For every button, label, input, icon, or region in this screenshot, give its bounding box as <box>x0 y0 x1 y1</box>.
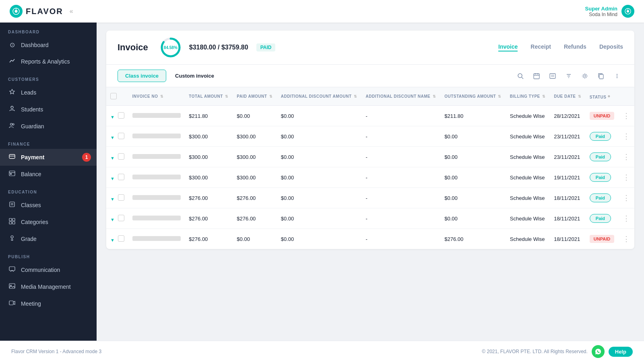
svg-point-1 <box>15 10 18 13</box>
sidebar-label-balance: Balance <box>21 171 41 177</box>
collapse-icon[interactable]: « <box>70 8 73 15</box>
row-checkbox[interactable] <box>118 194 124 201</box>
sub-tab-custom-invoice[interactable]: Custom invoice <box>168 70 221 82</box>
tab-deposits[interactable]: Deposits <box>599 43 623 51</box>
table-row: ▼ $300.00 $300.00 $0.00 - $0.00 Schedule… <box>106 126 634 147</box>
cell-invoice-no <box>128 188 185 208</box>
cell-invoice-no <box>128 147 185 167</box>
expand-row-icon[interactable]: ▼ <box>110 217 115 222</box>
row-menu-icon[interactable]: ⋮ <box>623 173 630 181</box>
header-add-discount-amount[interactable]: ADDITIONAL DISCOUNT AMOUNT ⇅ <box>277 87 362 106</box>
header-paid-amount[interactable]: PAID AMOUNT ⇅ <box>233 87 277 106</box>
sidebar-item-balance[interactable]: Balance <box>0 166 97 183</box>
cell-paid-amount: $0.00 <box>233 106 277 126</box>
students-icon <box>8 105 16 113</box>
whatsapp-button[interactable] <box>592 345 605 358</box>
export-icon[interactable] <box>547 70 559 82</box>
svg-rect-20 <box>12 222 15 224</box>
search-icon[interactable] <box>514 70 526 82</box>
tab-invoice[interactable]: Invoice <box>498 43 518 51</box>
filter-icon[interactable] <box>563 70 575 82</box>
sidebar-item-grade[interactable]: Grade <box>0 230 97 247</box>
cell-row-actions: ⋮ <box>619 167 634 188</box>
sidebar-label-meeting: Meeting <box>21 300 41 307</box>
svg-point-4 <box>627 10 629 12</box>
sidebar-item-payment[interactable]: Payment 1 <box>0 149 97 166</box>
row-checkbox[interactable] <box>118 235 124 242</box>
expand-row-icon[interactable]: ▼ <box>110 197 115 202</box>
sidebar-item-dashboard[interactable]: ⊙ Dashboard <box>0 37 97 53</box>
logo-icon <box>10 5 23 18</box>
guardian-icon <box>8 122 16 130</box>
row-checkbox[interactable] <box>118 153 124 160</box>
cell-outstanding-amount: $0.00 <box>440 167 506 188</box>
sidebar-item-students[interactable]: Students <box>0 101 97 118</box>
cell-outstanding-amount: $0.00 <box>440 126 506 147</box>
row-checkbox[interactable] <box>118 174 124 180</box>
sidebar-item-categories[interactable]: Categories <box>0 214 97 230</box>
row-menu-icon[interactable]: ⋮ <box>623 112 630 120</box>
settings-icon[interactable] <box>579 70 591 82</box>
section-label-dashboard: DASHBOARD <box>0 23 97 37</box>
cell-outstanding-amount: $0.00 <box>440 188 506 208</box>
header-due-date[interactable]: DUE DATE ⇅ <box>550 87 586 106</box>
svg-rect-13 <box>10 173 12 175</box>
sort-disc-name-icon: ⇅ <box>433 95 436 99</box>
row-menu-icon[interactable]: ⋮ <box>623 235 630 243</box>
cell-add-discount-amount: $0.00 <box>277 208 362 229</box>
row-checkbox[interactable] <box>118 112 124 119</box>
cell-add-discount-amount: $0.00 <box>277 229 362 249</box>
sidebar-label-grade: Grade <box>21 236 37 242</box>
sidebar-item-media[interactable]: Media Management <box>0 278 97 295</box>
status-badge: Paid <box>590 152 611 161</box>
expand-row-icon[interactable]: ▼ <box>110 238 115 243</box>
section-label-finance: FINANCE <box>0 135 97 149</box>
header-outstanding[interactable]: OUTSTANDING AMOUNT ⇅ <box>440 87 506 106</box>
sidebar-item-classes[interactable]: Classes <box>0 197 97 214</box>
select-all-checkbox[interactable] <box>110 93 117 99</box>
user-info-area: Super Admin Soda In Mind <box>585 5 634 18</box>
media-icon <box>8 283 16 291</box>
header-invoice-no[interactable]: INVOICE NO ⇅ <box>128 87 185 106</box>
svg-rect-19 <box>9 222 12 224</box>
cell-due-date: 18/11/2021 <box>550 229 586 249</box>
row-checkbox[interactable] <box>118 215 124 221</box>
balance-icon <box>8 170 16 178</box>
header-total-amount[interactable]: TOTAL AMOUNT ⇅ <box>185 87 233 106</box>
sidebar-label-classes: Classes <box>21 202 41 208</box>
sub-tabs-bar: Class invoice Custom invoice <box>106 65 634 87</box>
expand-row-icon[interactable]: ▼ <box>110 176 115 181</box>
tab-refunds[interactable]: Refunds <box>564 43 586 51</box>
sidebar-label-payment: Payment <box>21 154 44 160</box>
sidebar-item-reports[interactable]: Reports & Analytics <box>0 53 97 70</box>
cell-billing-type: Schedule Wise <box>506 229 550 249</box>
blurred-invoice-no <box>132 113 181 118</box>
sidebar-item-leads[interactable]: Leads <box>0 84 97 101</box>
calendar-icon[interactable] <box>530 70 543 82</box>
header-billing-type[interactable]: BILLING TYPE ⇅ <box>506 87 550 106</box>
sub-tab-class-invoice[interactable]: Class invoice <box>118 70 166 82</box>
row-checkbox[interactable] <box>118 133 124 139</box>
sidebar-item-guardian[interactable]: Guardian <box>0 118 97 135</box>
main-layout: DASHBOARD ⊙ Dashboard Reports & Analytic… <box>0 23 644 341</box>
row-menu-icon[interactable]: ⋮ <box>623 194 630 202</box>
more-icon[interactable] <box>611 70 623 82</box>
row-menu-icon[interactable]: ⋮ <box>623 214 630 222</box>
tab-receipt[interactable]: Receipt <box>530 43 551 51</box>
expand-row-icon[interactable]: ▼ <box>110 156 115 160</box>
sidebar-item-meeting[interactable]: Meeting <box>0 295 97 312</box>
invoice-table-container: INVOICE NO ⇅ TOTAL AMOUNT ⇅ PAID AMOUNT … <box>106 87 634 249</box>
row-menu-icon[interactable]: ⋮ <box>623 153 630 161</box>
sidebar-item-communication[interactable]: Communication <box>0 261 97 278</box>
user-avatar[interactable] <box>621 5 634 18</box>
header-add-discount-name[interactable]: ADDITIONAL DISCOUNT NAME ⇅ <box>362 87 441 106</box>
row-menu-icon[interactable]: ⋮ <box>623 132 630 140</box>
expand-row-icon[interactable]: ▼ <box>110 135 115 140</box>
help-button[interactable]: Help <box>609 347 633 357</box>
copy-icon[interactable] <box>595 70 607 82</box>
expand-row-icon[interactable]: ▼ <box>110 115 115 119</box>
logo-text: FLAVOR <box>26 7 63 16</box>
cell-billing-type: Schedule Wise <box>506 188 550 208</box>
user-org: Soda In Mind <box>585 12 617 17</box>
svg-point-8 <box>12 123 14 125</box>
